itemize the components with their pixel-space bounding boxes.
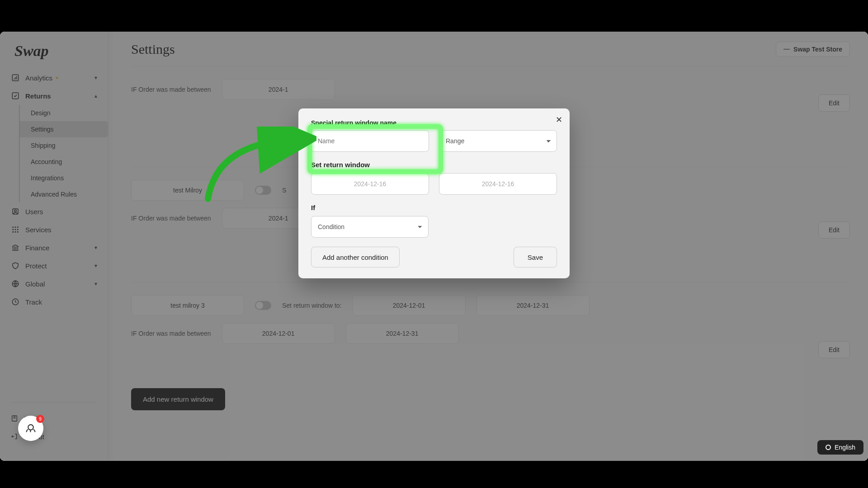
close-icon: ✕ bbox=[556, 115, 562, 124]
language-selector[interactable]: English bbox=[817, 440, 863, 455]
circle-icon bbox=[826, 445, 831, 450]
name-field: Special return window name bbox=[311, 119, 429, 152]
help-fab[interactable]: 9 bbox=[18, 416, 43, 441]
condition-select[interactable]: Condition bbox=[311, 216, 429, 238]
range-field: Range bbox=[439, 130, 557, 152]
if-section-title: If bbox=[311, 204, 557, 211]
letterbox-bottom bbox=[0, 461, 868, 488]
condition-field: Condition bbox=[311, 216, 429, 238]
create-return-window-modal: ✕ Special return window name Range Set r… bbox=[298, 108, 570, 278]
date-value: 2024-12-16 bbox=[354, 180, 387, 188]
notification-badge: 9 bbox=[36, 415, 44, 423]
window-section-title: Set return window bbox=[311, 161, 557, 169]
app-frame: Swap Analytics ✦ ▾ Returns ▴ Design Sett… bbox=[0, 32, 868, 461]
window-to-input[interactable]: 2024-12-16 bbox=[439, 173, 557, 195]
language-label: English bbox=[835, 444, 855, 451]
name-field-label: Special return window name bbox=[311, 119, 429, 127]
window-from-input[interactable]: 2024-12-16 bbox=[311, 173, 429, 195]
range-select[interactable]: Range bbox=[439, 130, 557, 152]
save-button[interactable]: Save bbox=[514, 247, 557, 267]
headset-icon bbox=[24, 422, 37, 435]
name-input[interactable] bbox=[311, 130, 429, 152]
close-button[interactable]: ✕ bbox=[556, 115, 562, 125]
letterbox-top bbox=[0, 0, 868, 32]
svg-point-16 bbox=[28, 425, 33, 430]
add-condition-button[interactable]: Add another condition bbox=[311, 247, 400, 267]
date-value: 2024-12-16 bbox=[482, 180, 514, 188]
